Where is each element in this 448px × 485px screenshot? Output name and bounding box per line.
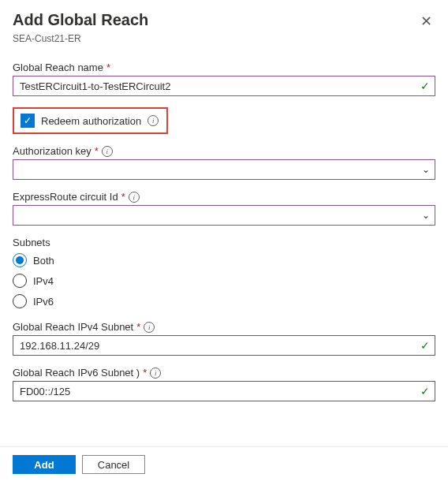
ipv6-subnet-input-wrap[interactable]: ✓	[13, 381, 435, 401]
required-star: *	[106, 62, 110, 73]
radio-ipv4[interactable]: IPv4	[13, 274, 435, 288]
info-icon[interactable]: i	[147, 115, 159, 126]
radio-label-ipv4: IPv4	[33, 275, 54, 287]
ipv6-subnet-label: Global Reach IPv6 Subnet )	[13, 367, 140, 379]
auth-key-input-wrap[interactable]: ⌄	[13, 159, 435, 180]
required-star: *	[136, 321, 140, 333]
radio-circle[interactable]	[13, 253, 27, 267]
ipv6-subnet-input[interactable]	[20, 386, 420, 397]
auth-key-label: Authorization key	[13, 145, 91, 157]
info-icon[interactable]: i	[129, 192, 140, 203]
radio-ipv6[interactable]: IPv6	[13, 294, 435, 308]
circuit-id-label: ExpressRoute circuit Id	[13, 191, 118, 203]
ipv4-subnet-label: Global Reach IPv4 Subnet	[13, 321, 133, 333]
name-input-wrap[interactable]: ✓	[13, 76, 435, 96]
redeem-label: Redeem authorization	[41, 115, 141, 127]
panel-title: Add Global Reach	[13, 11, 148, 29]
chevron-down-icon[interactable]: ⌄	[422, 164, 430, 175]
radio-label-ipv6: IPv6	[33, 296, 54, 308]
radio-circle[interactable]	[13, 294, 27, 308]
ipv4-subnet-input[interactable]	[20, 340, 420, 352]
validation-check-icon: ✓	[420, 385, 430, 397]
panel-subtitle: SEA-Cust21-ER	[13, 33, 435, 44]
info-icon[interactable]: i	[102, 146, 113, 157]
required-star: *	[143, 367, 147, 379]
validation-check-icon: ✓	[420, 80, 430, 92]
radio-both[interactable]: Both	[13, 253, 435, 267]
required-star: *	[95, 145, 99, 157]
chevron-down-icon[interactable]: ⌄	[422, 210, 430, 221]
radio-circle[interactable]	[13, 274, 27, 288]
name-input[interactable]	[20, 80, 420, 92]
ipv4-subnet-input-wrap[interactable]: ✓	[13, 335, 435, 356]
radio-label-both: Both	[33, 255, 54, 267]
info-icon[interactable]: i	[144, 322, 155, 333]
close-icon[interactable]: ✕	[417, 11, 435, 32]
checkbox-check-icon: ✓	[24, 115, 32, 126]
required-star: *	[121, 191, 125, 203]
auth-key-input[interactable]	[20, 164, 422, 176]
subnets-label: Subnets	[13, 237, 435, 248]
validation-check-icon: ✓	[420, 339, 430, 352]
name-label: Global Reach name	[13, 62, 103, 73]
redeem-checkbox[interactable]: ✓	[21, 114, 35, 128]
redeem-authorization-highlight: ✓ Redeem authorization i	[13, 107, 168, 134]
info-icon[interactable]: i	[150, 367, 161, 379]
circuit-id-input-wrap[interactable]: ⌄	[13, 205, 435, 226]
circuit-id-input[interactable]	[20, 210, 422, 222]
